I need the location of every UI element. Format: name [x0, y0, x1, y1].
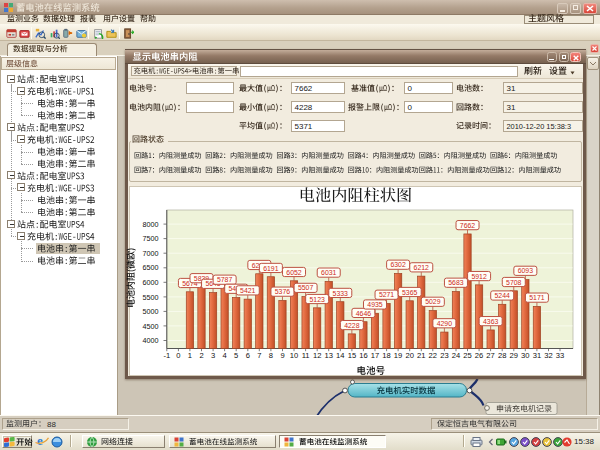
svg-text:5029: 5029	[425, 298, 440, 305]
svg-text:8000: 8000	[143, 220, 159, 229]
svg-text:4: 4	[222, 351, 226, 360]
svg-text:5123: 5123	[309, 296, 324, 303]
svg-text:4500: 4500	[143, 322, 159, 331]
svg-text:5683: 5683	[448, 279, 463, 286]
svg-text:28: 28	[498, 351, 506, 360]
svg-text:2: 2	[199, 351, 203, 360]
svg-text:6302: 6302	[390, 261, 405, 268]
svg-text:19: 19	[394, 351, 402, 360]
svg-text:6052: 6052	[286, 269, 301, 276]
svg-text:10: 10	[290, 351, 298, 360]
svg-text:4000: 4000	[143, 336, 159, 345]
svg-text:4646: 4646	[356, 310, 371, 317]
svg-text:3: 3	[211, 351, 215, 360]
svg-text:6000: 6000	[143, 278, 159, 287]
svg-text:18: 18	[382, 351, 390, 360]
svg-text:6031: 6031	[321, 269, 336, 276]
svg-text:7500: 7500	[143, 234, 159, 243]
svg-text:13: 13	[324, 351, 332, 360]
svg-text:30: 30	[521, 351, 529, 360]
svg-text:5376: 5376	[275, 288, 290, 295]
svg-text:7000: 7000	[143, 249, 159, 258]
svg-text:5333: 5333	[333, 290, 348, 297]
svg-text:29: 29	[510, 351, 518, 360]
svg-text:0: 0	[176, 351, 180, 360]
svg-text:6500: 6500	[143, 263, 159, 272]
svg-text:5507: 5507	[298, 284, 313, 291]
svg-text:5708: 5708	[506, 279, 521, 286]
svg-text:11: 11	[302, 351, 310, 360]
svg-text:5787: 5787	[217, 276, 232, 283]
svg-text:16: 16	[359, 351, 367, 360]
svg-text:5365: 5365	[402, 289, 417, 296]
svg-text:4363: 4363	[483, 318, 498, 325]
svg-text:23: 23	[440, 351, 448, 360]
svg-text:7: 7	[257, 351, 261, 360]
svg-text:5421: 5421	[240, 287, 255, 294]
svg-text:31: 31	[533, 351, 541, 360]
svg-text:6212: 6212	[414, 264, 429, 271]
svg-text:6: 6	[246, 351, 250, 360]
svg-text:20: 20	[405, 351, 413, 360]
svg-text:5: 5	[234, 351, 238, 360]
svg-text:1: 1	[188, 351, 192, 360]
svg-text:22: 22	[429, 351, 437, 360]
svg-text:24: 24	[452, 351, 460, 360]
svg-text:5912: 5912	[471, 273, 486, 280]
svg-text:7662: 7662	[460, 222, 475, 229]
svg-text:6093: 6093	[518, 267, 533, 274]
svg-text:32: 32	[544, 351, 552, 360]
svg-text:5171: 5171	[529, 294, 544, 301]
svg-text:17: 17	[371, 351, 379, 360]
svg-text:15: 15	[348, 351, 356, 360]
svg-text:25: 25	[463, 351, 471, 360]
svg-text:5000: 5000	[143, 307, 159, 316]
svg-text:9: 9	[280, 351, 284, 360]
svg-text:27: 27	[486, 351, 494, 360]
svg-text:5271: 5271	[379, 291, 394, 298]
svg-text:5500: 5500	[143, 293, 159, 302]
svg-text:14: 14	[336, 351, 344, 360]
svg-text:4228: 4228	[344, 322, 359, 329]
svg-text:6191: 6191	[263, 265, 278, 272]
svg-text:21: 21	[417, 351, 425, 360]
svg-text:33: 33	[556, 351, 564, 360]
svg-text:4290: 4290	[437, 320, 452, 327]
svg-text:-1: -1	[163, 351, 170, 360]
svg-text:8: 8	[269, 351, 273, 360]
svg-text:26: 26	[475, 351, 483, 360]
svg-text:12: 12	[313, 351, 321, 360]
svg-text:5244: 5244	[495, 292, 510, 299]
svg-text:4935: 4935	[367, 301, 382, 308]
